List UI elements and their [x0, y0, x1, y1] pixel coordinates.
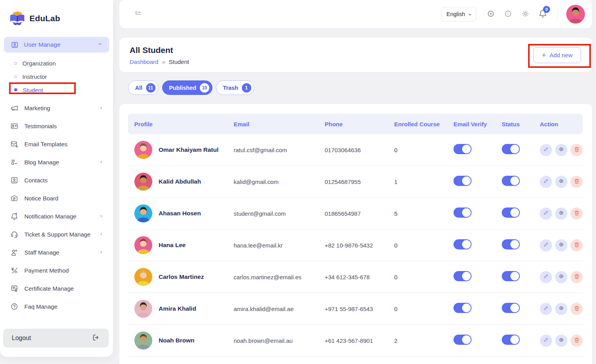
student-name: Noah Brown [159, 337, 194, 344]
status-toggle[interactable] [502, 144, 520, 154]
delete-button[interactable] [570, 335, 583, 347]
sidebar-sub-item-organization[interactable]: Organization [4, 56, 109, 70]
add-new-button[interactable]: + Add new [533, 47, 581, 63]
edit-button[interactable] [540, 144, 552, 156]
student-email: kalid@gmail.com [234, 178, 325, 185]
trash-icon [574, 210, 580, 217]
view-button[interactable] [555, 271, 567, 283]
delete-button[interactable] [570, 239, 583, 251]
sidebar-item-email-templates[interactable]: Email Templates [4, 135, 109, 153]
student-email: student@gmail.com [234, 210, 325, 217]
sidebar-item-label: Faq Manage [24, 303, 92, 310]
status-toggle[interactable] [502, 207, 520, 218]
student-phone: +34 612-345-678 [325, 274, 394, 280]
sidebar-item-certificate-manage[interactable]: Certificate Manage [4, 279, 109, 297]
topbar-divider [557, 6, 558, 22]
profile-avatar[interactable] [566, 5, 585, 24]
status-toggle[interactable] [502, 271, 520, 281]
add-new-label: Add new [550, 52, 572, 58]
sidebar-item-label: Payment Method [24, 267, 92, 274]
edit-button[interactable] [540, 239, 552, 251]
status-toggle[interactable] [502, 176, 520, 186]
sidebar-item-staff-manage[interactable]: Staff Manage [4, 243, 109, 261]
view-button[interactable] [555, 303, 567, 315]
user-manage-icon [10, 40, 19, 49]
edit-button[interactable] [540, 271, 552, 283]
bullet-icon [14, 88, 17, 91]
view-button[interactable] [555, 207, 567, 220]
sidebar-item-contacts[interactable]: Contacts [4, 171, 109, 189]
chevron-right-icon [98, 159, 104, 165]
dark-mode-button[interactable] [501, 7, 515, 21]
edit-button[interactable] [540, 207, 552, 220]
student-avatar [134, 141, 152, 159]
status-toggle[interactable] [502, 239, 520, 249]
edit-button[interactable] [540, 335, 552, 347]
plus-icon: + [542, 52, 546, 59]
student-avatar [134, 268, 152, 286]
sidebar-group-user-manage[interactable]: User Manage [4, 37, 109, 53]
view-button[interactable] [555, 239, 567, 251]
delete-button[interactable] [570, 176, 583, 188]
sidebar-item-blog-manage[interactable]: Blog Manage [4, 153, 109, 171]
sidebar-item-ticket-support-manage[interactable]: Ticket & Support Manage [4, 225, 109, 243]
student-avatar [134, 204, 152, 222]
row-actions [540, 239, 583, 251]
email-verify-toggle[interactable] [453, 303, 472, 313]
filter-pill-all[interactable]: All 11 [128, 80, 159, 95]
sidebar-collapse-button[interactable] [133, 9, 144, 19]
status-toggle[interactable] [502, 335, 520, 345]
enrolled-course-count: 2 [394, 337, 453, 344]
id-card-icon [10, 122, 18, 130]
edit-button[interactable] [540, 303, 552, 315]
table-row: Carlos Martinez carlos.martinez@email.es… [128, 261, 583, 293]
email-verify-toggle[interactable] [453, 144, 472, 154]
filter-label: Trash [223, 85, 238, 91]
sidebar-menu: Marketing Testimonials Email Templates B… [4, 99, 109, 315]
breadcrumb-dashboard-link[interactable]: Dashboard [130, 58, 158, 65]
logout-button[interactable]: Logout [3, 329, 109, 348]
email-verify-toggle[interactable] [453, 239, 472, 249]
view-button[interactable] [555, 176, 567, 188]
delete-button[interactable] [570, 144, 583, 156]
email-verify-toggle[interactable] [453, 335, 472, 345]
trash-icon [574, 178, 580, 186]
email-verify-toggle[interactable] [453, 207, 472, 218]
email-verify-toggle[interactable] [453, 271, 472, 281]
notifications-button[interactable]: 0 [536, 7, 549, 21]
sidebar-item-label: Notice Board [24, 195, 92, 202]
bullet-icon [14, 75, 17, 78]
sidebar-item-payment-method[interactable]: Payment Method [4, 261, 109, 279]
faq-icon [10, 302, 18, 311]
student-phone: 01254687955 [325, 178, 394, 185]
profile-cell: Carlos Martinez [134, 268, 234, 286]
language-select[interactable]: English [441, 7, 476, 22]
email-verify-toggle[interactable] [453, 176, 472, 186]
sidebar-item-notice-board[interactable]: Notice Board [4, 189, 109, 207]
sidebar-item-testimonials[interactable]: Testimonials [4, 117, 109, 135]
delete-button[interactable] [570, 303, 583, 315]
filter-label: All [135, 85, 143, 91]
sidebar-sub-item-student[interactable]: Student [4, 83, 109, 96]
pencil-icon [543, 210, 549, 217]
view-button[interactable] [555, 144, 567, 156]
sidebar-item-faq-manage[interactable]: Faq Manage [4, 297, 109, 315]
status-toggle[interactable] [502, 303, 520, 313]
sidebar-item-marketing[interactable]: Marketing [4, 99, 109, 117]
delete-button[interactable] [570, 207, 583, 220]
app-logo: EduLab [4, 8, 109, 28]
sidebar-item-notification-manage[interactable]: Notification Manage [4, 207, 109, 225]
view-button[interactable] [555, 335, 567, 347]
visibility-toggle-button[interactable] [484, 7, 497, 21]
settings-button[interactable] [519, 7, 532, 21]
staff-icon [10, 248, 18, 257]
edit-button[interactable] [540, 176, 552, 188]
filter-pill-trash[interactable]: Trash 1 [216, 80, 254, 95]
headset-icon [10, 230, 18, 238]
sidebar-sub-item-instructor[interactable]: Instructor [4, 70, 109, 83]
student-email: ratul.csf@gmail.com [234, 147, 325, 153]
delete-button[interactable] [570, 271, 583, 283]
moon-icon [504, 9, 512, 19]
bell-dot-icon [10, 212, 18, 220]
filter-pill-published[interactable]: Published 10 [162, 80, 212, 95]
